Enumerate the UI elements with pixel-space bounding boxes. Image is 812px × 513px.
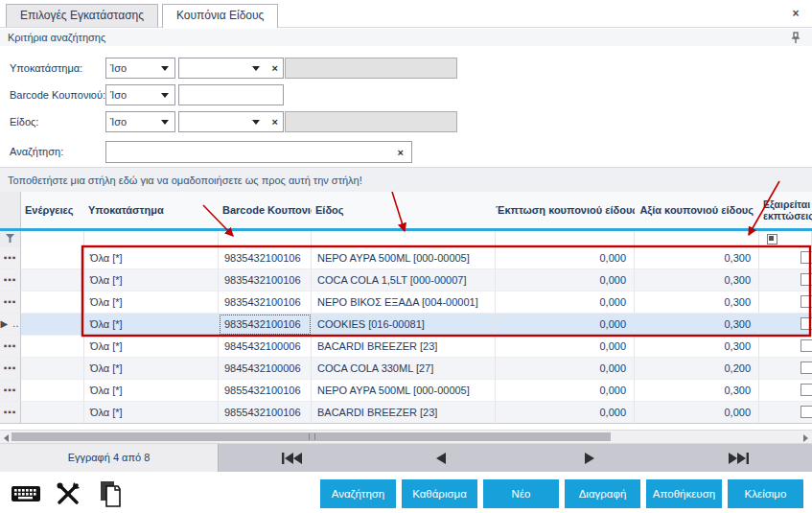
store-lookup-select[interactable]: ×	[178, 58, 284, 79]
cell-store[interactable]: Όλα [*]	[84, 269, 219, 291]
item-lookup-select[interactable]: ×	[178, 111, 284, 132]
row-indicator[interactable]: ▪▪▪	[0, 380, 21, 402]
cell-store[interactable]: Όλα [*]	[84, 336, 219, 358]
row-indicator[interactable]: ▪▪▪	[0, 291, 21, 314]
table-row[interactable]: ▪▪▪ Όλα [*] 9845432100006 COCA COLA 330M…	[0, 358, 812, 380]
cell-store[interactable]: Όλα [*]	[84, 247, 219, 269]
table-row[interactable]: ▪▪▪ Όλα [*] 9835432100106 ΝΕΡΟ ΒΙΚΟΣ ΕΞΑ…	[0, 291, 812, 314]
chevron-down-icon[interactable]	[161, 93, 169, 98]
cell-value[interactable]: 0,300	[635, 291, 759, 314]
paste-button[interactable]	[94, 478, 127, 509]
cell-actions[interactable]	[21, 336, 84, 358]
cell-item[interactable]: ΝΕΡΟ ΑΥΡΑ 500ML [000-00005]	[312, 380, 496, 402]
cell-item[interactable]: BACARDI BREEZER [23]	[312, 402, 496, 424]
clear-icon[interactable]: ×	[272, 112, 278, 131]
row-indicator[interactable]: ▪▪▪	[0, 402, 21, 424]
cell-barcode[interactable]: 9855432100106	[219, 402, 312, 424]
cell-barcode[interactable]: 9845432100006	[219, 358, 312, 380]
barcode-input[interactable]	[178, 84, 284, 105]
cell-store[interactable]: Όλα [*]	[84, 380, 219, 402]
row-indicator[interactable]: ▪▪▪	[0, 269, 21, 291]
filter-cell-value[interactable]	[635, 231, 759, 247]
pin-icon[interactable]	[791, 32, 800, 46]
cell-barcode[interactable]: 9835432100106	[219, 269, 312, 291]
cell-discount[interactable]: 0,000	[496, 247, 635, 269]
cell-store[interactable]: Όλα [*]	[84, 358, 219, 380]
cell-barcode[interactable]: 9845432100006	[219, 336, 312, 358]
save-button[interactable]: Αποθήκευση	[646, 479, 722, 508]
row-indicator[interactable]: ▶ ‥	[0, 314, 21, 336]
excluded-checkbox[interactable]	[800, 361, 812, 374]
table-row[interactable]: ▪▪▪ Όλα [*] 9845432100006 BACARDI BREEZE…	[0, 336, 812, 358]
cell-barcode[interactable]: 9855432100106	[219, 380, 312, 402]
excluded-checkbox[interactable]	[800, 406, 812, 418]
excluded-checkbox[interactable]	[800, 384, 812, 396]
barcode-operator-select[interactable]: Ίσο	[105, 84, 175, 105]
tools-button[interactable]	[52, 478, 84, 509]
row-indicator[interactable]: ▪▪▪	[0, 247, 21, 269]
horizontal-scrollbar[interactable]	[0, 430, 812, 444]
previous-record-button[interactable]	[367, 444, 516, 472]
filter-cell-excluded[interactable]	[759, 231, 812, 247]
next-record-button[interactable]	[516, 444, 664, 472]
cell-store[interactable]: Όλα [*]	[84, 291, 219, 314]
filter-cell-item[interactable]	[312, 231, 496, 247]
cell-actions[interactable]	[21, 247, 84, 269]
cell-store[interactable]: Όλα [*]	[84, 402, 219, 424]
cell-value[interactable]: 0,300	[635, 269, 759, 291]
cell-item[interactable]: COCA COLA 330ML [27]	[312, 358, 496, 380]
search-button[interactable]: Αναζήτηση	[320, 479, 396, 508]
table-row[interactable]: ▪▪▪ Όλα [*] 9835432100106 COCA COLA 1,5L…	[0, 269, 812, 291]
cell-value[interactable]: 0,300	[635, 247, 759, 269]
column-header-item[interactable]: Είδος	[312, 192, 496, 228]
excluded-checkbox[interactable]	[800, 273, 812, 286]
filter-cell-store[interactable]	[84, 231, 219, 247]
column-header-excluded[interactable]: Εξαιρείται από εκπτώσεις	[759, 192, 812, 228]
item-operator-select[interactable]: Ίσο	[105, 111, 175, 132]
cell-actions[interactable]	[21, 380, 84, 402]
cell-value[interactable]: 0,300	[635, 314, 759, 336]
column-header-discount[interactable]: Έκπτωση κουπονιού είδους	[496, 192, 635, 228]
cell-value[interactable]: 0,000	[635, 402, 759, 424]
clear-icon[interactable]: ×	[398, 143, 404, 162]
clear-button[interactable]: Καθάρισμα	[402, 479, 477, 508]
scrollbar-thumb[interactable]	[12, 432, 611, 441]
first-record-button[interactable]	[219, 444, 367, 472]
cell-value[interactable]: 0,200	[635, 358, 759, 380]
cell-item[interactable]: ΝΕΡΟ ΒΙΚΟΣ ΕΞΑΔΑ [004-00001]	[312, 291, 496, 314]
cell-value[interactable]: 0,300	[635, 380, 759, 402]
column-header-value[interactable]: Αξία κουπονιού είδους	[635, 192, 759, 228]
cell-value[interactable]: 0,300	[635, 336, 759, 358]
group-by-panel[interactable]: Τοποθετήστε μια στήλη εδώ για να ομαδοπο…	[0, 167, 812, 192]
table-row[interactable]: ▪▪▪ Όλα [*] 9835432100106 ΝΕΡΟ ΑΥΡΑ 500M…	[0, 247, 812, 269]
clear-icon[interactable]: ×	[272, 58, 278, 78]
cell-discount[interactable]: 0,000	[496, 291, 635, 314]
cell-item[interactable]: COOKIES [016-00081]	[312, 314, 496, 336]
cell-item[interactable]: BACARDI BREEZER [23]	[312, 336, 496, 358]
filter-cell-actions[interactable]	[21, 231, 84, 247]
cell-discount[interactable]: 0,000	[496, 402, 635, 424]
filter-cell-barcode[interactable]	[219, 231, 312, 247]
excluded-checkbox[interactable]	[800, 251, 812, 264]
cell-barcode[interactable]: 9835432100106	[219, 291, 312, 314]
keyboard-button[interactable]	[10, 478, 42, 509]
cell-discount[interactable]: 0,000	[496, 314, 635, 336]
table-row[interactable]: ▪▪▪ Όλα [*] 9855432100106 ΝΕΡΟ ΑΥΡΑ 500M…	[0, 380, 812, 402]
cell-store[interactable]: Όλα [*]	[84, 314, 219, 336]
tab-item-coupons[interactable]: Κουπόνια Είδους	[162, 4, 278, 28]
scroll-left-icon[interactable]	[4, 434, 9, 442]
scroll-right-icon[interactable]	[803, 434, 808, 442]
chevron-down-icon[interactable]	[161, 66, 169, 71]
excluded-checkbox[interactable]	[800, 295, 812, 308]
cell-discount[interactable]: 0,000	[496, 336, 635, 358]
cell-actions[interactable]	[21, 402, 84, 424]
excluded-checkbox[interactable]	[800, 317, 812, 330]
table-row[interactable]: ▪▪▪ Όλα [*] 9855432100106 BACARDI BREEZE…	[0, 402, 812, 424]
row-indicator[interactable]: ▪▪▪	[0, 358, 21, 380]
table-row[interactable]: ▶ ‥ Όλα [*] 9835432100106 COOKIES [016-0…	[0, 314, 812, 336]
cell-actions[interactable]	[21, 314, 84, 336]
cell-discount[interactable]: 0,000	[496, 269, 635, 291]
close-icon[interactable]: ×	[789, 7, 802, 20]
tab-installation-options[interactable]: Επιλογές Εγκατάστασης	[6, 4, 158, 27]
search-input[interactable]: ×	[105, 141, 412, 163]
